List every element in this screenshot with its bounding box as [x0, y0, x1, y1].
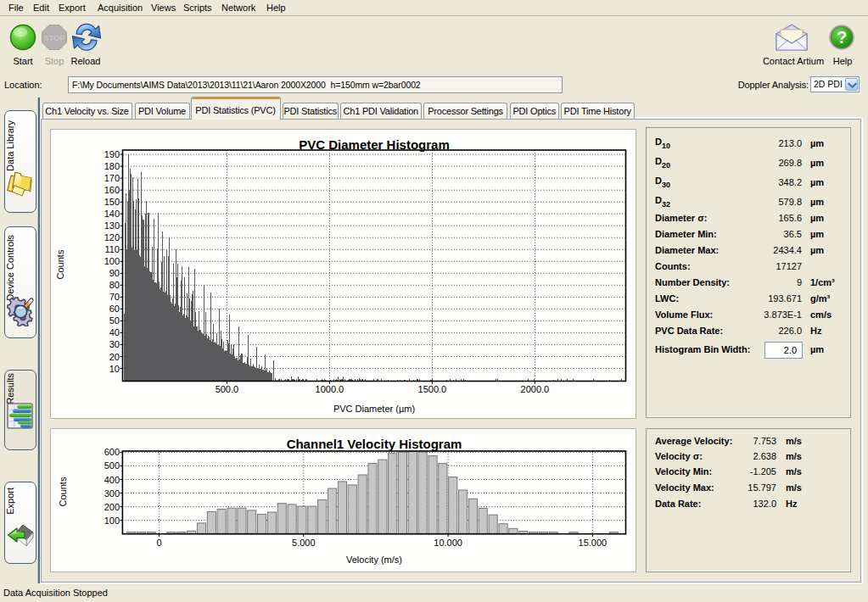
svg-text:2000.0: 2000.0 — [521, 384, 550, 394]
svg-text:190: 190 — [104, 149, 120, 159]
svg-text:100: 100 — [104, 516, 120, 526]
svg-text:400: 400 — [104, 475, 120, 485]
svg-text:300: 300 — [104, 488, 120, 499]
svg-text:20: 20 — [109, 352, 120, 362]
svg-text:170: 170 — [104, 173, 120, 183]
svg-text:70: 70 — [109, 292, 120, 302]
svg-text:100: 100 — [104, 256, 120, 266]
svg-text:90: 90 — [109, 268, 120, 278]
svg-text:10: 10 — [109, 364, 120, 374]
svg-text:1500.0: 1500.0 — [418, 384, 447, 394]
svg-text:160: 160 — [104, 185, 120, 195]
svg-text:0: 0 — [156, 538, 161, 548]
svg-text:15.000: 15.000 — [579, 538, 608, 548]
svg-text:Velocity (m/s): Velocity (m/s) — [346, 555, 402, 565]
svg-text:40: 40 — [109, 327, 120, 337]
svg-text:Channel1 Velocity Histogram: Channel1 Velocity Histogram — [287, 437, 462, 451]
svg-text:PVC Diameter (µm): PVC Diameter (µm) — [333, 404, 415, 414]
svg-text:200: 200 — [104, 502, 120, 512]
svg-text:600: 600 — [104, 447, 120, 457]
svg-text:10.000: 10.000 — [434, 538, 462, 548]
svg-text:50: 50 — [109, 315, 120, 326]
svg-text:Counts: Counts — [55, 249, 65, 279]
svg-text:Counts: Counts — [58, 477, 68, 506]
svg-text:30: 30 — [109, 339, 120, 349]
svg-text:80: 80 — [109, 280, 120, 290]
svg-text:500: 500 — [104, 460, 120, 471]
svg-text:150: 150 — [104, 197, 120, 207]
svg-text:130: 130 — [104, 220, 120, 231]
svg-text:120: 120 — [104, 232, 120, 242]
svg-text:500.0: 500.0 — [216, 384, 239, 394]
svg-text:60: 60 — [109, 304, 120, 314]
svg-text:1000.0: 1000.0 — [316, 384, 344, 394]
svg-text:5.000: 5.000 — [292, 538, 316, 548]
svg-text:180: 180 — [104, 161, 120, 171]
svg-text:110: 110 — [104, 244, 120, 254]
svg-text:140: 140 — [104, 209, 120, 219]
